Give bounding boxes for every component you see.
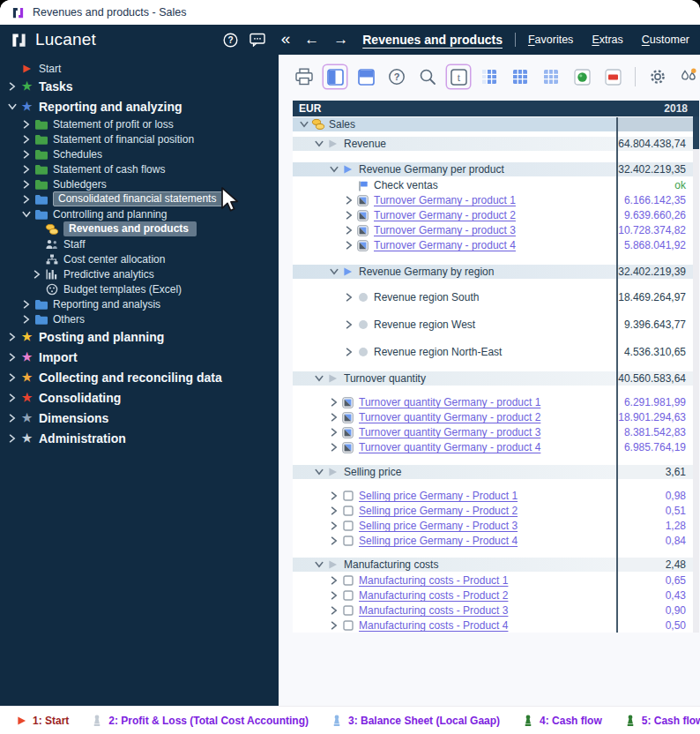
menu-item-customer[interactable]: Customer <box>642 34 689 46</box>
chevron-right-icon[interactable] <box>328 576 340 585</box>
chevron-right-icon[interactable] <box>343 241 355 250</box>
table-row-sales[interactable]: Sales <box>293 117 699 131</box>
table-row-selling-price-germany-product-4[interactable]: Selling price Germany - Product 40,84 <box>293 534 699 548</box>
table-row-selling-price-germany-product-3[interactable]: Selling price Germany - Product 31,28 <box>293 519 699 533</box>
row-value[interactable]: 5.868.041,92 <box>616 238 692 252</box>
chevron-right-icon[interactable] <box>328 443 340 452</box>
table-row-turnover-quantity-germany-product-3[interactable]: Turnover quantity Germany - product 38.3… <box>293 425 699 439</box>
row-value[interactable]: 0,65 <box>616 573 692 588</box>
chevron-down-icon[interactable] <box>313 468 325 476</box>
row-value[interactable]: 2,48 <box>616 558 692 572</box>
chevron-right-icon[interactable] <box>5 373 19 382</box>
chevron-right-icon[interactable] <box>328 413 340 422</box>
table-row-manufacturing-costs-product-1[interactable]: Manufacturing costs - Product 10,65 <box>293 573 699 588</box>
sidebar-item-schedules[interactable]: Schedules <box>0 146 279 161</box>
sidebar-item-start[interactable]: Start <box>0 61 279 76</box>
sidebar-item-administration[interactable]: ★Administration <box>0 428 279 448</box>
chevron-right-icon[interactable] <box>19 315 33 324</box>
chevron-right-icon[interactable] <box>328 591 340 600</box>
chevron-right-icon[interactable] <box>5 82 19 91</box>
menu-item-favorites[interactable]: Favorites <box>528 34 573 46</box>
chevron-right-icon[interactable] <box>19 195 33 204</box>
chevron-right-icon[interactable] <box>30 270 43 279</box>
grid-light-icon[interactable] <box>540 65 562 88</box>
table-row-turnover-germany-product-1[interactable]: Turnover Germany - product 16.166.142,35 <box>293 193 699 207</box>
chevron-right-icon[interactable] <box>343 320 355 329</box>
sidebar-item-statement-of-financial-position[interactable]: Statement of financial position <box>0 131 279 146</box>
table-row-selling-price-germany-product-1[interactable]: Selling price Germany - Product 10,98 <box>293 489 699 503</box>
sidebar-item-subledgers[interactable]: Subledgers <box>0 176 279 191</box>
table-row-revenue-region-south[interactable]: Revenue region South18.469.264,97 <box>293 290 699 304</box>
sidebar-item-statement-of-profit-or-loss[interactable]: Statement of profit or loss <box>0 116 279 131</box>
chevron-right-icon[interactable] <box>343 196 355 205</box>
table-row-turnover-germany-product-2[interactable]: Turnover Germany - product 29.639.660,26 <box>293 208 699 222</box>
row-value[interactable]: 8.381.542,83 <box>616 425 692 439</box>
sidebar-item-staff[interactable]: Staff <box>0 236 279 251</box>
sidebar-item-consolidating[interactable]: ★Consolidating <box>0 387 279 408</box>
sidebar-item-reporting-and-analyzing[interactable]: ★Reporting and analyzing <box>0 96 279 116</box>
help-circle-icon[interactable]: ? <box>223 33 238 48</box>
taskbar-tab-2-profit-loss-total-cost-accounting[interactable]: 2: Profit & Loss (Total Cost Accounting) <box>80 707 320 734</box>
search-icon[interactable] <box>416 65 439 88</box>
row-value[interactable]: 18.469.264,97 <box>616 290 692 304</box>
chevron-right-icon[interactable] <box>343 226 355 235</box>
row-value[interactable]: ok <box>616 178 692 192</box>
table-row-manufacturing-costs-product-4[interactable]: Manufacturing costs - Product 40,50 <box>293 618 699 633</box>
table-row-revenue-region-north-east[interactable]: Revenue region North-East4.536.310,65 <box>293 345 699 359</box>
row-value[interactable]: 32.402.219,39 <box>616 265 692 279</box>
chevron-right-icon[interactable] <box>5 353 19 362</box>
chevron-right-icon[interactable] <box>328 491 340 500</box>
table-row-manufacturing-costs-product-2[interactable]: Manufacturing costs - Product 20,43 <box>293 588 699 603</box>
chevron-right-icon[interactable] <box>328 506 340 515</box>
grid-frozen-icon[interactable] <box>478 65 501 88</box>
sidebar-item-collecting-and-reconciling-data[interactable]: ★Collecting and reconciling data <box>0 367 279 387</box>
row-value[interactable]: 6.291.981,99 <box>616 395 692 409</box>
chevron-right-icon[interactable] <box>328 606 340 615</box>
chevron-right-icon[interactable] <box>19 165 33 174</box>
forward-arrow-icon[interactable]: → <box>333 31 348 49</box>
table-row-manufacturing-costs[interactable]: Manufacturing costs2,48 <box>293 558 699 572</box>
row-value[interactable]: 0,51 <box>616 504 692 518</box>
chevron-right-icon[interactable] <box>328 428 340 437</box>
row-value[interactable]: 9.639.660,26 <box>616 208 692 222</box>
sidebar-item-consolidated-financial-statements[interactable]: Consolidated financial statements <box>0 191 279 206</box>
row-value[interactable]: 10.728.374,82 <box>616 223 692 237</box>
print-icon[interactable] <box>293 65 316 88</box>
table-scrollbar[interactable] <box>693 116 699 633</box>
row-value[interactable]: 0,90 <box>616 603 692 618</box>
chevron-down-icon[interactable] <box>313 561 325 568</box>
row-value[interactable]: 0,84 <box>616 534 692 548</box>
table-row-check-ventas[interactable]: Check ventasok <box>293 178 699 192</box>
chevron-right-icon[interactable] <box>328 521 340 530</box>
chevron-right-icon[interactable] <box>5 333 19 341</box>
sidebar-item-budget-templates-excel[interactable]: Budget templates (Excel) <box>0 281 279 296</box>
table-row-revenue-germany-per-product[interactable]: Revenue Germany per product32.402.219,35 <box>293 162 699 176</box>
year-header[interactable]: 2018 <box>616 101 699 116</box>
chevron-down-icon[interactable] <box>313 375 325 382</box>
row-value[interactable]: 18.901.294,63 <box>616 410 692 424</box>
table-row-turnover-quantity[interactable]: Turnover quantity40.560.583,64 <box>293 371 699 386</box>
chevron-right-icon[interactable] <box>328 621 340 630</box>
table-row-selling-price[interactable]: Selling price3,61 <box>293 465 699 479</box>
table-row-turnover-germany-product-4[interactable]: Turnover Germany - product 45.868.041,92 <box>293 238 699 252</box>
chevron-right-icon[interactable] <box>5 434 19 443</box>
sidebar-item-controlling-and-planning[interactable]: Controlling and planning <box>0 206 279 221</box>
sidebar-item-predictive-analytics[interactable]: Predictive analytics <box>0 266 279 281</box>
row-value[interactable]: 9.396.643,77 <box>616 318 692 332</box>
row-value[interactable]: 3,61 <box>616 465 692 479</box>
chevron-right-icon[interactable] <box>19 120 33 129</box>
row-value[interactable]: 32.402.219,35 <box>616 162 692 176</box>
menu-item-extras[interactable]: Extras <box>592 34 622 46</box>
taskbar-tab-4-cash-flow[interactable]: 4: Cash flow <box>511 707 614 734</box>
table-row-manufacturing-costs-product-3[interactable]: Manufacturing costs - Product 30,90 <box>293 603 699 618</box>
row-value[interactable]: 0,43 <box>616 588 692 603</box>
chevron-right-icon[interactable] <box>343 293 355 302</box>
row-value[interactable] <box>616 117 692 131</box>
chevron-right-icon[interactable] <box>328 536 340 545</box>
panel-top-icon[interactable] <box>354 65 377 88</box>
table-row-turnover-quantity-germany-product-2[interactable]: Turnover quantity Germany - product 218.… <box>293 410 699 424</box>
sidebar-item-reporting-and-analysis[interactable]: Reporting and analysis <box>0 296 279 311</box>
sidebar-item-others[interactable]: Others <box>0 311 279 326</box>
table-row-revenue[interactable]: Revenue64.804.438,74 <box>293 137 699 151</box>
sidebar-item-revenues-and-products[interactable]: Revenues and products <box>0 221 279 236</box>
